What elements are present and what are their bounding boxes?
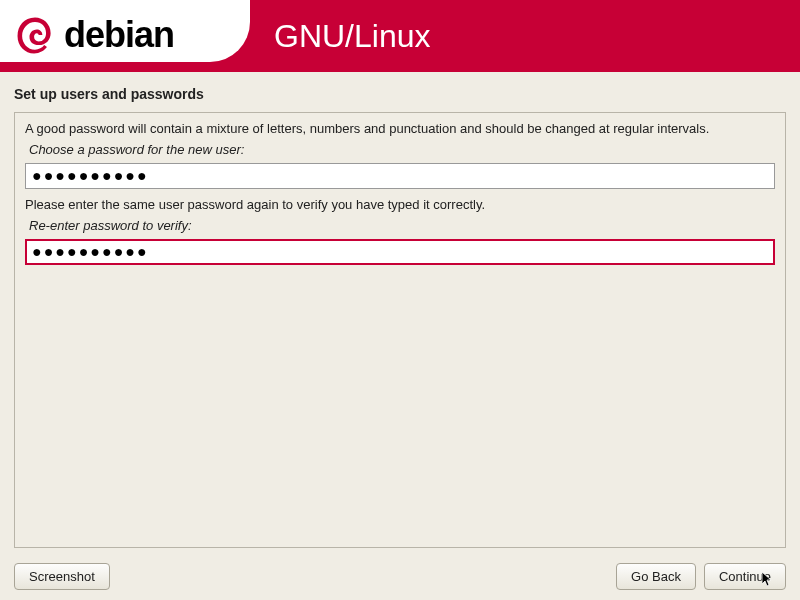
verify-help-text: Please enter the same user password agai… — [25, 197, 775, 212]
footer-bar: Screenshot Go Back Continue — [14, 563, 786, 590]
main-panel: A good password will contain a mixture o… — [14, 112, 786, 548]
screenshot-button[interactable]: Screenshot — [14, 563, 110, 590]
header-subtitle: GNU/Linux — [274, 18, 431, 55]
content-area: Set up users and passwords A good passwo… — [0, 72, 800, 548]
debian-swirl-icon — [12, 12, 58, 58]
continue-button[interactable]: Continue — [704, 563, 786, 590]
verify-field-label: Re-enter password to verify: — [29, 218, 775, 233]
password-help-text: A good password will contain a mixture o… — [25, 121, 775, 136]
password-field-label: Choose a password for the new user: — [29, 142, 775, 157]
header-banner: debian GNU/Linux — [0, 0, 800, 72]
brand-text: debian — [64, 14, 174, 56]
go-back-button[interactable]: Go Back — [616, 563, 696, 590]
page-title: Set up users and passwords — [14, 86, 786, 102]
password-input[interactable] — [25, 163, 775, 189]
footer-right: Go Back Continue — [616, 563, 786, 590]
logo-area: debian — [0, 0, 250, 62]
verify-password-input[interactable] — [25, 239, 775, 265]
